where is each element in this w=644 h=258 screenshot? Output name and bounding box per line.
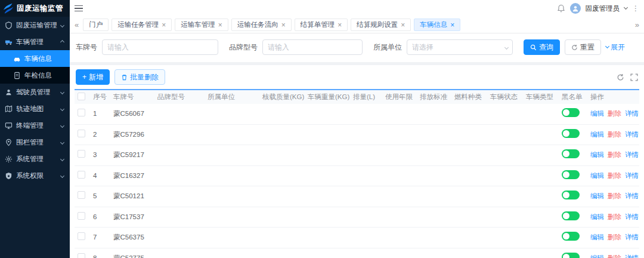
blacklist-toggle[interactable]: [562, 149, 580, 158]
sidebar-item-driver-mgmt[interactable]: 驾驶员管理: [0, 84, 70, 100]
edit-link[interactable]: 编辑: [590, 150, 604, 160]
blacklist-toggle[interactable]: [562, 170, 580, 179]
sidebar-item-track-map[interactable]: 轨迹地图: [0, 100, 70, 117]
brand-filter-input[interactable]: [262, 39, 363, 55]
user-menu-chevron-icon[interactable]: [624, 5, 628, 10]
edit-link[interactable]: 编辑: [590, 192, 604, 201]
row-checkbox[interactable]: [78, 150, 85, 158]
collapse-sidebar-icon[interactable]: [75, 4, 83, 14]
fullscreen-icon[interactable]: [630, 73, 638, 81]
col-header-emission: 排放标准: [417, 90, 451, 104]
tab[interactable]: 运输任务管理 ×: [112, 19, 172, 31]
cell-weight: [305, 192, 350, 201]
sidebar-item-annual-inspection[interactable]: 年检信息: [0, 67, 70, 84]
sidebar-item-terminal-mgmt[interactable]: 终端管理: [0, 117, 70, 134]
tab[interactable]: 结算单管理 ×: [295, 19, 348, 31]
detail-link[interactable]: 详情: [625, 254, 639, 258]
detail-link[interactable]: 详情: [625, 130, 639, 140]
table-header-row: 序号 车牌号 品牌型号 所属单位 核载质量(KG) 车辆重量(KG) 排量(L)…: [75, 89, 639, 104]
detail-link[interactable]: 详情: [625, 109, 639, 119]
select-all-checkbox[interactable]: [78, 93, 85, 100]
edit-link[interactable]: 编辑: [590, 130, 604, 140]
sidebar-item-system-permission[interactable]: 系统权限: [0, 167, 70, 184]
edit-link[interactable]: 编辑: [590, 254, 604, 258]
blacklist-toggle[interactable]: [562, 232, 580, 241]
blacklist-toggle[interactable]: [562, 253, 580, 258]
more-options-icon[interactable]: ⋮: [632, 4, 639, 13]
edit-link[interactable]: 编辑: [590, 233, 604, 242]
chevron-down-icon: [60, 123, 64, 127]
truck-icon: [5, 38, 13, 46]
detail-link[interactable]: 详情: [625, 233, 639, 242]
delete-link[interactable]: 删除: [608, 233, 621, 242]
blacklist-toggle[interactable]: [562, 191, 580, 199]
delete-link[interactable]: 删除: [608, 171, 621, 181]
tab[interactable]: 门户 ×: [83, 19, 109, 31]
notification-bell-icon[interactable]: [557, 4, 565, 13]
batch-delete-button[interactable]: 批量删除: [114, 69, 165, 85]
row-checkbox[interactable]: [78, 191, 85, 199]
blacklist-toggle[interactable]: [562, 129, 580, 138]
delete-link[interactable]: 删除: [608, 130, 621, 140]
delete-link[interactable]: 删除: [608, 109, 621, 119]
reset-button[interactable]: 重置: [565, 39, 601, 55]
unit-select-input[interactable]: [407, 39, 513, 55]
row-checkbox[interactable]: [78, 232, 85, 240]
edit-link[interactable]: 编辑: [590, 171, 604, 181]
sidebar-item-vehicle-mgmt[interactable]: 车辆管理: [0, 33, 70, 50]
row-checkbox[interactable]: [78, 253, 85, 258]
row-checkbox[interactable]: [78, 130, 85, 137]
tab[interactable]: 运输车管理 ×: [175, 19, 228, 31]
row-checkbox[interactable]: [78, 171, 85, 179]
cell-no: 8: [90, 250, 110, 258]
delete-link[interactable]: 删除: [608, 254, 621, 258]
tab[interactable]: 运输任务流向 ×: [231, 19, 292, 31]
cell-type: [523, 234, 559, 242]
sidebar-item-fence-mgmt[interactable]: 围栏管理: [0, 134, 70, 150]
user-avatar[interactable]: [570, 3, 581, 14]
tab-close-icon[interactable]: ×: [338, 22, 342, 29]
tab-close-icon[interactable]: ×: [281, 22, 286, 29]
tabs-scroll-right-icon[interactable]: »: [634, 20, 640, 29]
detail-link[interactable]: 详情: [625, 150, 639, 160]
tab-close-icon[interactable]: ×: [450, 22, 454, 29]
tabs-scroll-left-icon[interactable]: «: [73, 20, 80, 29]
edit-link[interactable]: 编辑: [590, 213, 604, 222]
tab-label: 门户: [89, 20, 103, 29]
blacklist-toggle[interactable]: [562, 108, 580, 117]
cell-years: [382, 110, 417, 118]
tab-close-icon[interactable]: ×: [401, 22, 405, 29]
sidebar-item-waste-transport[interactable]: 固废运输管理: [0, 17, 70, 33]
detail-link[interactable]: 详情: [625, 192, 639, 201]
cell-unit: [205, 171, 259, 180]
edit-link[interactable]: 编辑: [590, 109, 604, 119]
tab-close-icon[interactable]: ×: [218, 22, 222, 29]
cell-unit: [205, 234, 259, 242]
table-row: 7 蒙C56375: [75, 228, 639, 248]
expand-filters-link[interactable]: 展开: [606, 42, 625, 53]
sidebar-item-vehicle-info[interactable]: 车辆信息: [0, 50, 70, 67]
detail-link[interactable]: 详情: [625, 213, 639, 222]
row-checkbox[interactable]: [78, 109, 85, 116]
delete-link[interactable]: 删除: [608, 150, 621, 160]
search-button[interactable]: 查询: [524, 39, 560, 55]
username-label[interactable]: 固废管理员: [586, 4, 620, 13]
sidebar-item-system-mgmt[interactable]: 系统管理: [0, 150, 70, 167]
delete-link[interactable]: 删除: [608, 213, 621, 222]
delete-link[interactable]: 删除: [608, 192, 621, 201]
sidebar-item-label: 驾驶员管理: [16, 88, 57, 97]
plate-filter-input[interactable]: [102, 39, 218, 55]
table-row: 1 蒙C56067: [75, 104, 639, 125]
tab[interactable]: 结算规则设置 ×: [351, 19, 411, 31]
blacklist-toggle[interactable]: [562, 211, 580, 220]
add-button[interactable]: + 新增: [76, 69, 110, 85]
cell-years: [382, 192, 417, 201]
refresh-table-icon[interactable]: [617, 73, 624, 81]
row-checkbox[interactable]: [78, 212, 85, 220]
tab-close-icon[interactable]: ×: [162, 22, 166, 29]
unit-filter-label: 所属单位: [373, 42, 402, 53]
detail-link[interactable]: 详情: [625, 171, 639, 181]
cell-fuel: [451, 192, 487, 201]
tab[interactable]: 车辆信息 ×: [414, 19, 460, 31]
unit-filter-select[interactable]: [407, 39, 513, 55]
